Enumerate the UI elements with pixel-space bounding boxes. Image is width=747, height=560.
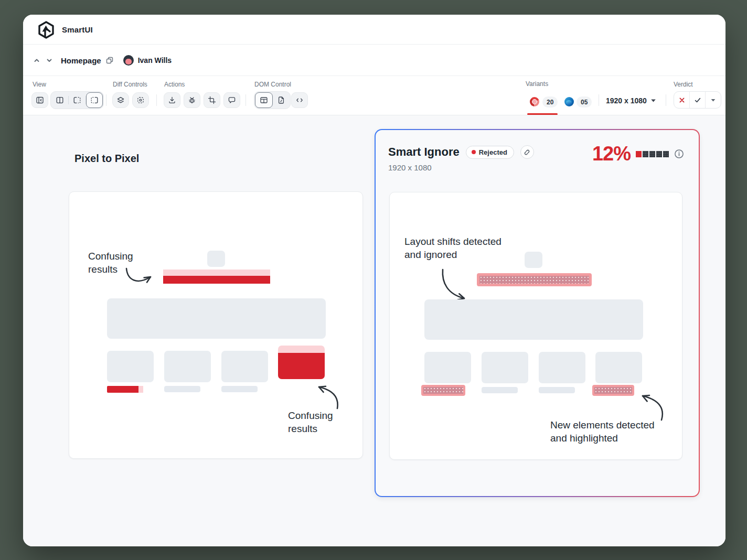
- download-button[interactable]: [164, 92, 180, 108]
- avatar: [123, 55, 134, 66]
- mock-card-4-diff-body: [278, 353, 325, 379]
- arrow-to-diff-band: [124, 264, 154, 287]
- layers-button[interactable]: [112, 92, 129, 108]
- pixel-to-pixel-screenshot: Confusing results Confusing results: [69, 191, 363, 459]
- mock-card-2: [482, 352, 528, 383]
- link-icon[interactable]: [520, 145, 534, 159]
- new-element-highlight-1: [421, 385, 465, 396]
- focus-region-button[interactable]: [132, 92, 149, 108]
- mock-logo: [525, 252, 542, 268]
- edge-variant-count[interactable]: 05: [577, 96, 592, 107]
- mock-bar-3: [221, 386, 258, 392]
- app-title: SmartUI: [62, 25, 93, 34]
- arrow-to-diff-card: [314, 382, 342, 411]
- mock-bar-3: [539, 387, 575, 393]
- approve-button[interactable]: [690, 92, 705, 108]
- split-right-dashed-button[interactable]: [69, 92, 86, 108]
- variants-section-label: Variants: [526, 80, 548, 88]
- annotation-new-elements: New elements detected and highlighted: [550, 418, 655, 445]
- mock-card-4: [595, 352, 642, 383]
- split-left-dashed-button[interactable]: [86, 92, 103, 108]
- view-mode-group: [50, 91, 104, 109]
- mock-bar-2: [164, 386, 200, 392]
- mock-card-1: [107, 351, 154, 382]
- selected-variant-underline: [527, 113, 558, 115]
- diff-bar-1: [107, 386, 143, 393]
- view-section-label: View: [33, 81, 46, 88]
- chevron-down-icon: [650, 99, 656, 103]
- chrome-icon: [530, 97, 539, 106]
- mock-bar-2: [482, 387, 518, 393]
- diff-bar-1-tip: [138, 386, 143, 393]
- prev-screenshot-button[interactable]: [33, 56, 41, 64]
- diff-section-label: Diff Controls: [113, 81, 147, 88]
- resolution-value: 1920 x 1080: [606, 96, 647, 105]
- info-icon[interactable]: [674, 149, 684, 159]
- left-panel-title: Pixel to Pixel: [74, 153, 139, 165]
- crop-button[interactable]: [204, 92, 220, 108]
- verdict-group: [674, 91, 721, 109]
- next-screenshot-button[interactable]: [45, 56, 54, 64]
- status-dot: [472, 150, 476, 154]
- ignored-region-highlight: [477, 273, 592, 286]
- table-view-button[interactable]: [255, 92, 273, 108]
- right-panel-resolution: 1920 x 1080: [388, 163, 432, 172]
- mock-hero: [424, 299, 643, 340]
- verdict-more-button[interactable]: [706, 92, 721, 108]
- bug-button[interactable]: [184, 92, 200, 108]
- panel-collapse-button[interactable]: [31, 92, 48, 108]
- actions-section-label: Actions: [164, 81, 185, 88]
- arrow-to-new-element: [637, 392, 668, 422]
- mock-card-1: [424, 352, 471, 383]
- user-name: Ivan Wills: [138, 56, 172, 64]
- right-panel-title: Smart Ignore: [388, 145, 460, 159]
- smartui-logo-icon: [37, 20, 56, 39]
- app-header: SmartUI: [23, 15, 725, 45]
- mismatch-percentage: 12%: [592, 143, 631, 165]
- comment-button[interactable]: [223, 92, 240, 108]
- mock-logo: [207, 251, 225, 267]
- screenshot-title: Homepage: [61, 56, 101, 65]
- smart-ignore-panel: Smart Ignore Rejected 1920 x 1080 12%: [375, 129, 700, 497]
- diff-band-red: [163, 276, 270, 284]
- verdict-section-label: Verdict: [674, 81, 693, 88]
- edge-icon: [564, 97, 574, 106]
- mock-card-3: [221, 351, 268, 382]
- annotation-layout-shifts: Layout shifts detected and ignored: [404, 235, 501, 261]
- split-view-button[interactable]: [51, 92, 68, 108]
- new-element-highlight-2: [592, 385, 634, 396]
- reject-button[interactable]: [674, 92, 689, 108]
- copy-icon[interactable]: [105, 56, 114, 64]
- status-badge: Rejected: [466, 146, 514, 159]
- mock-card-2: [164, 351, 211, 382]
- mock-hero: [107, 298, 326, 339]
- dom-section-label: DOM Control: [254, 81, 291, 88]
- file-code-button[interactable]: [273, 92, 290, 108]
- chrome-variant-count[interactable]: 20: [542, 96, 558, 107]
- diff-band-pink: [163, 270, 270, 276]
- smart-ignore-screenshot: Layout shifts detected and ignored: [389, 192, 682, 460]
- code-button[interactable]: [291, 92, 308, 108]
- arrow-to-ignored-region: [439, 267, 468, 304]
- annotation-confusing-bottom: Confusing results: [288, 409, 333, 435]
- toolbar: View: [23, 76, 725, 115]
- screenshot-nav-row: Homepage Ivan Wills: [23, 45, 725, 76]
- resolution-dropdown[interactable]: 1920 x 1080: [606, 96, 656, 105]
- mock-card-3: [539, 352, 585, 383]
- dom-mode-group: [254, 91, 291, 109]
- mismatch-severity-blocks: [636, 151, 669, 157]
